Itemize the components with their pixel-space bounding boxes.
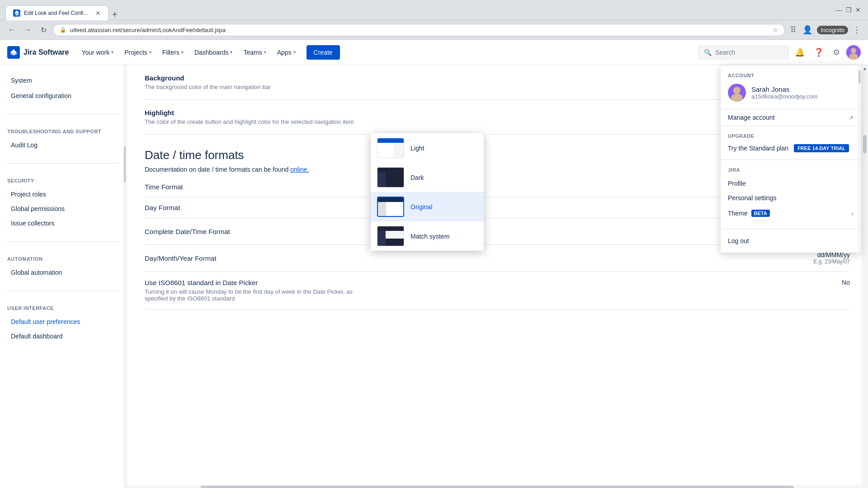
beta-badge: BETA [751, 210, 770, 217]
theme-original-label: Original [410, 203, 432, 211]
jira-section: JIRA Profile Personal settings Theme BET… [721, 160, 861, 229]
time-format-label: Time Format [145, 183, 183, 191]
automation-section-title: AUTOMATION [0, 253, 126, 265]
theme-thumbnail-dark [377, 167, 404, 188]
theme-option-original[interactable]: Original [371, 192, 484, 221]
filters-nav[interactable]: Filters ▾ [157, 45, 189, 60]
background-label: Background [145, 74, 271, 82]
browser-actions: ⠿ 👤 Incognito ⋮ [788, 23, 863, 37]
menu-button[interactable]: ⋮ [851, 23, 863, 37]
sidebar-scrollbar[interactable] [123, 65, 126, 488]
your-work-nav[interactable]: Your work ▾ [76, 45, 119, 60]
account-section-title: ACCOUNT [728, 73, 854, 78]
chevron-right-icon: › [851, 210, 854, 217]
sidebar-item-system[interactable]: System [0, 72, 126, 89]
chevron-down-icon: ▾ [293, 50, 296, 55]
help-button[interactable]: ❓ [811, 45, 826, 60]
sidebar-item-default-dashboard[interactable]: Default dashboard [0, 329, 126, 343]
personal-settings-link[interactable]: Personal settings [728, 191, 854, 205]
theme-link[interactable]: Theme BETA › [728, 205, 854, 221]
theme-thumbnail-light [377, 138, 404, 158]
search-placeholder: Search [715, 49, 735, 56]
sidebar-divider-4 [7, 291, 119, 291]
logout-button[interactable]: Log out [728, 235, 854, 247]
scroll-thumb [863, 135, 867, 153]
theme-option-dark[interactable]: Dark [371, 163, 484, 192]
sidebar-item-general-config[interactable]: General configuration [0, 89, 126, 103]
account-dropdown: ACCOUNT Sarah Jonas a15d6cea@moodjoy.com… [721, 66, 861, 253]
sidebar-item-global-permissions[interactable]: Global permissions [0, 202, 126, 216]
forward-button[interactable]: → [22, 24, 34, 36]
sidebar-item-global-automation[interactable]: Global automation [0, 265, 126, 280]
sidebar-item-issue-collectors[interactable]: Issue collectors [0, 216, 126, 230]
account-user-email: a15d6cea@moodjoy.com [751, 93, 818, 100]
sidebar: System General configuration TROUBLESHOO… [0, 65, 127, 488]
sidebar-item-default-user-prefs[interactable]: Default user preferences [0, 314, 126, 329]
minimize-btn[interactable]: — [836, 6, 842, 14]
troubleshooting-section-title: TROUBLESHOOTING AND SUPPORT [0, 125, 126, 138]
external-link-icon: ↗ [849, 114, 854, 121]
chevron-down-icon: ▾ [181, 50, 184, 55]
tab-close-button[interactable]: ✕ [95, 9, 101, 17]
notifications-button[interactable]: 🔔 [792, 45, 807, 60]
account-user-info: Sarah Jonas a15d6cea@moodjoy.com [751, 85, 818, 100]
day-month-year-value: dd/MMM/yy E.g. 23/May/07 [813, 251, 850, 265]
highlight-label: Highlight [145, 109, 354, 117]
sidebar-item-audit-log[interactable]: Audit Log [0, 138, 126, 152]
settings-button[interactable]: ⚙ [830, 45, 843, 60]
refresh-button[interactable]: ↻ [38, 24, 49, 36]
iso8601-info: Use ISO8601 standard in Date Picker Turn… [145, 279, 371, 302]
apps-nav[interactable]: Apps ▾ [272, 45, 301, 60]
tab-title: Edit Look and Feel Configuration [24, 10, 92, 16]
theme-option-light[interactable]: Light [371, 133, 484, 163]
online-link[interactable]: online. [290, 166, 309, 173]
svg-point-5 [733, 87, 741, 94]
jira-section-title: JIRA [728, 167, 854, 173]
highlight-desc: The color of the create button and highl… [145, 118, 354, 125]
sidebar-section-top: System General configuration [0, 65, 126, 110]
profile-button[interactable]: 👤 [801, 23, 814, 37]
address-bar[interactable]: 🔒 uifeed.atlassian.net/secure/admin/Look… [53, 24, 785, 36]
restore-btn[interactable]: ❐ [846, 6, 852, 14]
create-button[interactable]: Create [307, 45, 340, 60]
chevron-down-icon: ▾ [111, 50, 113, 55]
back-button[interactable]: ← [5, 24, 18, 36]
jira-navbar: Jira Software Your work ▾ Projects ▾ Fil… [0, 40, 868, 65]
sidebar-scroll-thumb [124, 146, 126, 183]
manage-account-button[interactable]: Manage account ↗ [721, 109, 861, 126]
extensions-button[interactable]: ⠿ [788, 23, 798, 37]
account-avatar [728, 84, 746, 102]
sidebar-divider-2 [7, 163, 119, 164]
upgrade-section-title: UPGRADE [728, 133, 854, 139]
security-section-title: SECURITY [0, 174, 126, 187]
theme-match-system-label: Match system [410, 233, 449, 240]
page-scrollbar[interactable]: ▲ ▼ [862, 65, 868, 488]
projects-nav[interactable]: Projects ▾ [119, 45, 157, 60]
search-icon: 🔍 [704, 49, 712, 56]
user-avatar[interactable] [846, 45, 861, 60]
sidebar-section-security: SECURITY Project roles Global permission… [0, 167, 126, 238]
scroll-up-btn[interactable]: ▲ [862, 65, 868, 72]
theme-light-label: Light [410, 145, 424, 152]
upgrade-row: Try the Standard plan FREE 14-DAY TRIAL [728, 144, 854, 152]
new-tab-button[interactable]: + [108, 9, 121, 20]
jira-nav-items: Your work ▾ Projects ▾ Filters ▾ Dashboa… [76, 45, 698, 60]
close-btn[interactable]: ✕ [855, 6, 861, 14]
teams-nav[interactable]: Teams ▾ [238, 45, 271, 60]
search-box[interactable]: 🔍 Search [698, 46, 788, 59]
theme-option-match-system[interactable]: Match system [371, 221, 484, 251]
dashboards-nav[interactable]: Dashboards ▾ [189, 45, 238, 60]
url-text: uifeed.atlassian.net/secure/admin/LookAn… [70, 27, 769, 33]
dropdown-scrollbar[interactable] [858, 66, 861, 253]
bookmark-icon[interactable]: ☆ [773, 27, 778, 33]
complete-datetime-label: Complete Date/Time Format [145, 228, 230, 235]
profile-link[interactable]: Profile [728, 176, 854, 191]
bottom-scrollbar[interactable] [127, 485, 868, 488]
tab-favicon [13, 9, 20, 17]
browser-chrome: Edit Look and Feel Configuration ✕ + — ❐… [0, 0, 868, 20]
jira-logo[interactable]: Jira Software [7, 46, 69, 59]
active-tab[interactable]: Edit Look and Feel Configuration ✕ [5, 5, 108, 20]
background-info: Background The background color of the m… [145, 74, 271, 90]
sidebar-item-project-roles[interactable]: Project roles [0, 187, 126, 202]
sidebar-section-troubleshooting: TROUBLESHOOTING AND SUPPORT Audit Log [0, 118, 126, 160]
